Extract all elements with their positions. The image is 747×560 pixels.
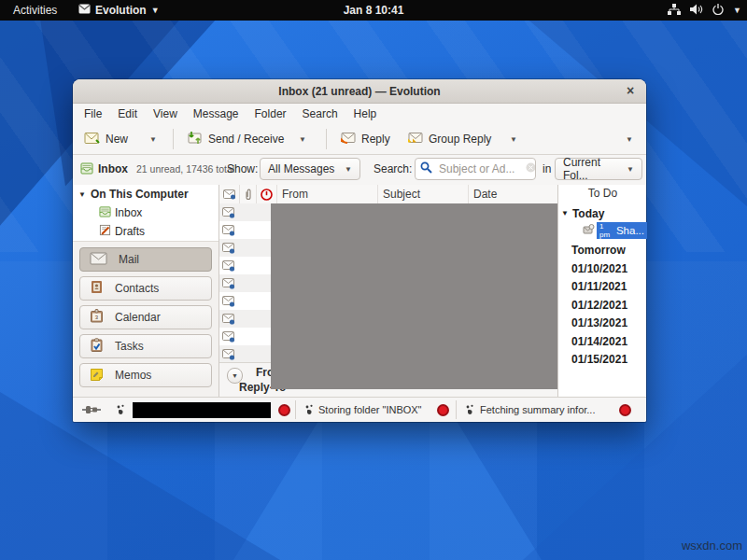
sidebar-folder-inbox[interactable]: Inbox bbox=[99, 205, 142, 220]
show-label: Show: bbox=[227, 162, 258, 175]
switcher-label: Memos bbox=[115, 369, 151, 382]
search-input[interactable] bbox=[437, 161, 521, 176]
toolbar-separator bbox=[173, 129, 174, 149]
todo-group-date[interactable]: 01/12/2021 bbox=[558, 296, 660, 314]
sidebar-folder-drafts[interactable]: Drafts bbox=[99, 224, 145, 239]
close-button[interactable]: × bbox=[622, 82, 639, 99]
cancel-task1-button[interactable] bbox=[278, 398, 290, 422]
chevron-down-icon: ▼ bbox=[733, 6, 741, 15]
column-status[interactable] bbox=[219, 185, 240, 203]
reply-label: Reply bbox=[361, 133, 390, 146]
activity-icon bbox=[465, 398, 474, 422]
todo-group-date[interactable]: 01/14/2021 bbox=[558, 332, 660, 350]
group-reply-dropdown[interactable]: ▼ bbox=[510, 125, 517, 153]
column-subject[interactable]: Subject bbox=[378, 185, 469, 203]
menu-file[interactable]: File bbox=[84, 107, 102, 120]
show-label-wrap: Show: bbox=[227, 154, 258, 184]
menu-help[interactable]: Help bbox=[354, 107, 377, 120]
message-list-header: From Subject Date bbox=[219, 185, 557, 204]
app-menu-button[interactable]: Evolution ▼ bbox=[78, 0, 160, 21]
expander-icon[interactable]: ▼ bbox=[78, 190, 86, 199]
switcher-label: Mail bbox=[119, 253, 139, 266]
todo-panel: To Do ▼ Today 1 pm Sha... Tomorrow 01/10… bbox=[557, 185, 646, 397]
unread-message-icon bbox=[222, 207, 235, 218]
inbox-icon bbox=[80, 161, 93, 177]
column-from[interactable]: From bbox=[277, 185, 378, 203]
group-reply-icon bbox=[407, 132, 423, 147]
switcher-label: Contacts bbox=[115, 282, 159, 295]
status-task2-text: Storing folder "INBOX" bbox=[318, 398, 422, 422]
send-receive-label: Send / Receive bbox=[208, 133, 284, 146]
switcher-label: Calendar bbox=[115, 311, 161, 324]
cancel-task2-button[interactable] bbox=[437, 398, 449, 422]
todo-group-tomorrow[interactable]: Tomorrow bbox=[558, 241, 660, 259]
clock-label: Jan 8 10:41 bbox=[344, 4, 404, 17]
event-time: 1 pm bbox=[599, 222, 613, 239]
menu-view[interactable]: View bbox=[153, 107, 177, 120]
todo-event-row[interactable]: 1 pm Sha... bbox=[558, 221, 647, 240]
unread-message-icon bbox=[222, 243, 235, 254]
switcher-contacts-button[interactable]: Contacts bbox=[79, 276, 212, 301]
chevron-down-icon: ▼ bbox=[151, 6, 160, 15]
search-box[interactable] bbox=[415, 158, 536, 180]
todo-group-date[interactable]: 01/15/2021 bbox=[558, 350, 660, 368]
todo-group-today[interactable]: ▼ Today bbox=[558, 204, 647, 222]
in-label-wrap: in bbox=[543, 154, 551, 184]
column-priority[interactable] bbox=[257, 185, 277, 203]
toolbar-separator bbox=[326, 129, 327, 149]
todo-title: To Do bbox=[558, 187, 647, 200]
memos-icon bbox=[90, 367, 104, 384]
column-attachment[interactable] bbox=[240, 185, 257, 203]
search-label-wrap: Search: bbox=[374, 154, 412, 184]
cancel-task3-button[interactable] bbox=[619, 398, 631, 422]
mail-icon bbox=[90, 252, 107, 268]
todo-group-date[interactable]: 01/10/2021 bbox=[558, 259, 660, 277]
component-switcher: Mail Contacts 3 Calendar bbox=[73, 241, 218, 398]
folder-label: Drafts bbox=[115, 225, 145, 238]
tree-root-on-this-computer[interactable]: ▼ On This Computer bbox=[78, 188, 189, 201]
volume-icon bbox=[690, 4, 703, 18]
activity-icon bbox=[304, 398, 314, 422]
clear-search-icon[interactable] bbox=[526, 162, 536, 175]
switcher-memos-button[interactable]: Memos bbox=[79, 363, 212, 387]
new-button[interactable]: New bbox=[84, 125, 128, 153]
new-dropdown[interactable]: ▼ bbox=[149, 125, 157, 153]
send-receive-dropdown[interactable]: ▼ bbox=[299, 125, 306, 153]
status-bar: Storing folder "INBOX" Fetching summary … bbox=[73, 397, 646, 422]
folder-label: Inbox bbox=[115, 206, 142, 219]
send-receive-button[interactable]: Send / Receive bbox=[187, 125, 284, 153]
menu-folder[interactable]: Folder bbox=[255, 107, 287, 120]
reply-icon bbox=[340, 132, 356, 147]
activities-button[interactable]: Activities bbox=[7, 0, 63, 21]
switcher-mail-button[interactable]: Mail bbox=[79, 247, 212, 272]
switcher-tasks-button[interactable]: Tasks bbox=[79, 334, 212, 358]
paperclip-icon bbox=[245, 189, 252, 201]
scope-value: Current Fol... bbox=[563, 156, 619, 182]
power-icon bbox=[712, 4, 724, 18]
menu-search[interactable]: Search bbox=[303, 107, 338, 120]
system-status-area[interactable]: ▼ bbox=[668, 0, 741, 21]
activities-label: Activities bbox=[13, 4, 57, 17]
todo-group-date[interactable]: 01/13/2021 bbox=[558, 314, 660, 331]
reply-button[interactable]: Reply bbox=[340, 125, 390, 153]
unread-message-icon bbox=[222, 296, 235, 307]
online-status-icon[interactable] bbox=[82, 398, 101, 422]
group-reply-button[interactable]: Group Reply bbox=[407, 125, 491, 153]
search-scope-dropdown[interactable]: Current Fol... ▼ bbox=[555, 158, 642, 180]
window-titlebar[interactable]: Inbox (21 unread) — Evolution × bbox=[73, 79, 646, 104]
switcher-calendar-button[interactable]: 3 Calendar bbox=[79, 305, 212, 329]
app-menu-label: Evolution bbox=[95, 4, 147, 17]
redacted-status-text bbox=[133, 402, 271, 418]
drafts-icon bbox=[99, 224, 111, 239]
menu-edit[interactable]: Edit bbox=[118, 107, 137, 120]
show-filter-dropdown[interactable]: All Messages ▼ bbox=[260, 158, 360, 180]
search-label: Search: bbox=[374, 162, 412, 175]
todo-group-date[interactable]: 01/11/2021 bbox=[558, 277, 660, 295]
show-value: All Messages bbox=[268, 162, 334, 175]
selected-event[interactable]: 1 pm Sha... bbox=[597, 222, 647, 239]
menu-message[interactable]: Message bbox=[193, 107, 239, 120]
current-folder-indicator: Inbox 21 unread, 17436 total bbox=[80, 154, 234, 184]
column-date[interactable]: Date bbox=[469, 185, 557, 203]
expander-icon[interactable]: ▼ bbox=[558, 209, 572, 217]
toolbar-overflow-dropdown[interactable]: ▼ bbox=[626, 125, 633, 153]
